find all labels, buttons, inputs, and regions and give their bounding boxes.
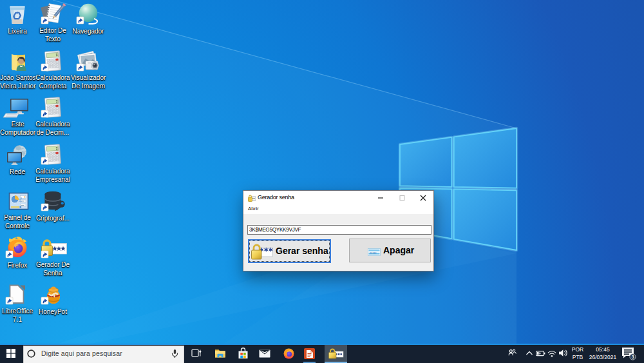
svg-text:•••••: ••••• xyxy=(370,251,377,255)
svg-text:3: 3 xyxy=(631,354,634,360)
